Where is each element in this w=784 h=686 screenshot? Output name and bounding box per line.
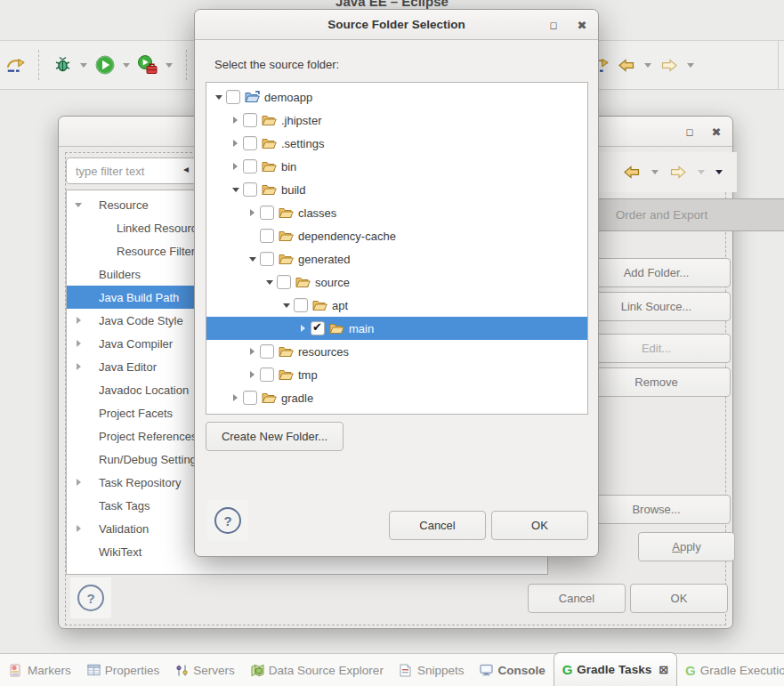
folder-icon (279, 345, 294, 358)
chevron-right-icon[interactable] (72, 340, 85, 347)
create-new-folder-button[interactable]: Create New Folder... (206, 422, 344, 451)
forward-history-dropdown-icon[interactable] (698, 170, 705, 174)
link-source-button[interactable]: Link Source... (582, 292, 731, 321)
tree-row[interactable]: resources (206, 340, 587, 363)
last-edit-location-icon[interactable] (5, 54, 27, 76)
forward-arrow-icon[interactable] (659, 54, 680, 76)
tab-gradle-tasks[interactable]: GGradle Tasks⊠ (554, 652, 677, 686)
tree-row[interactable]: .jhipster (206, 109, 587, 132)
chevron-down-icon[interactable] (72, 203, 85, 207)
dropdown-arrow-icon[interactable] (166, 63, 173, 68)
chevron-right-icon[interactable] (246, 348, 259, 355)
back-arrow-icon[interactable] (621, 162, 643, 183)
dropdown-arrow-icon[interactable] (644, 63, 651, 68)
checkbox[interactable] (260, 344, 274, 359)
browse-button[interactable]: Browse... (582, 495, 731, 524)
tree-row[interactable]: build (206, 178, 587, 201)
chevron-down-icon[interactable] (263, 280, 276, 285)
chevron-right-icon[interactable] (229, 117, 242, 124)
sidebar-item-label: Java Editor (85, 360, 157, 374)
tab-markers[interactable]: Markers (2, 654, 79, 686)
chevron-right-icon[interactable] (72, 525, 85, 532)
button-label: Link Source... (621, 300, 692, 313)
filter-clear-icon[interactable]: ◂ (183, 163, 189, 175)
help-icon[interactable]: ? (214, 507, 241, 534)
tree-row[interactable]: generated (206, 247, 587, 270)
dropdown-arrow-icon[interactable] (687, 63, 694, 68)
checkbox[interactable] (260, 206, 274, 220)
cancel-button[interactable]: Cancel (389, 511, 486, 540)
tree-item-label: bin (280, 160, 296, 174)
folder-icon (262, 137, 277, 149)
checkbox[interactable] (294, 298, 308, 312)
tab-snippets[interactable]: Snippets (392, 654, 473, 686)
run-external-tools-icon[interactable] (137, 54, 158, 76)
toolbar-left-group (5, 41, 194, 89)
help-icon[interactable]: ? (77, 585, 104, 611)
tab-data-source-explorer[interactable]: Data Source Explorer (243, 654, 392, 686)
chevron-down-icon[interactable] (212, 95, 225, 100)
cancel-button[interactable]: Cancel (528, 584, 626, 613)
tree-row[interactable]: demoapp (206, 85, 587, 109)
back-arrow-icon[interactable] (616, 54, 637, 76)
apply-button[interactable]: Apply (638, 532, 735, 561)
checkbox[interactable] (243, 391, 257, 405)
tree-row[interactable]: gradle (206, 386, 587, 409)
close-icon[interactable]: ✖ (707, 123, 725, 141)
ok-button[interactable]: OK (491, 511, 588, 540)
close-icon[interactable]: ⊠ (659, 663, 668, 676)
checkbox[interactable] (260, 252, 274, 266)
add-folder-button[interactable]: Add Folder... (582, 258, 731, 287)
checkbox[interactable] (243, 182, 257, 197)
chevron-right-icon[interactable] (72, 479, 85, 486)
tree-row[interactable]: bin (206, 155, 587, 178)
tree-row[interactable]: source (206, 270, 587, 294)
source-folder-dialog-titlebar[interactable]: Source Folder Selection ◻ ✖ (195, 10, 598, 40)
checkbox[interactable] (260, 229, 274, 243)
tree-row[interactable]: apt (206, 294, 587, 317)
checkbox[interactable] (243, 159, 257, 174)
tab-gradle-executions[interactable]: GGradle Executions (677, 654, 784, 686)
checkbox[interactable] (311, 321, 325, 335)
ok-button[interactable]: OK (630, 584, 728, 613)
tab-properties[interactable]: Properties (79, 654, 168, 686)
sidebar-item-label: Validation (85, 522, 149, 536)
chevron-right-icon[interactable] (229, 394, 242, 401)
chevron-right-icon[interactable] (246, 209, 259, 216)
tree-row[interactable]: main (206, 317, 587, 340)
chevron-down-icon[interactable] (229, 188, 242, 192)
chevron-right-icon[interactable] (72, 363, 85, 370)
view-menu-icon[interactable] (715, 170, 723, 174)
tree-row[interactable]: dependency-cache (206, 224, 587, 247)
sidebar-item-label: Javadoc Location (85, 383, 189, 397)
forward-arrow-icon[interactable] (667, 162, 689, 183)
chevron-right-icon[interactable] (229, 163, 242, 170)
chevron-down-icon[interactable] (246, 257, 259, 262)
dialog-prompt: Select the source folder: (214, 58, 339, 71)
chevron-right-icon[interactable] (246, 371, 259, 378)
tree-row[interactable]: classes (206, 201, 587, 224)
tree-row[interactable]: .settings (206, 132, 587, 155)
tab-console[interactable]: Console (472, 654, 553, 686)
maximize-icon[interactable]: ◻ (681, 123, 699, 141)
checkbox[interactable] (243, 136, 257, 150)
chevron-right-icon[interactable] (229, 140, 242, 147)
checkbox[interactable] (277, 275, 291, 289)
close-icon[interactable]: ✖ (573, 16, 591, 34)
chevron-right-icon[interactable] (72, 317, 85, 324)
edit-button[interactable]: Edit... (582, 334, 731, 363)
checkbox[interactable] (243, 113, 257, 127)
tab-servers[interactable]: Servers (167, 654, 243, 686)
tree-row[interactable]: tmp (206, 363, 587, 386)
maximize-icon[interactable]: ◻ (545, 16, 562, 34)
dropdown-arrow-icon[interactable] (123, 63, 130, 68)
chevron-right-icon[interactable] (296, 325, 310, 332)
chevron-down-icon[interactable] (279, 303, 293, 308)
back-history-dropdown-icon[interactable] (651, 170, 659, 174)
dropdown-arrow-icon[interactable] (80, 63, 87, 68)
checkbox[interactable] (260, 367, 274, 382)
remove-button[interactable]: Remove (582, 367, 731, 397)
run-icon[interactable] (94, 54, 116, 76)
checkbox[interactable] (226, 90, 240, 104)
debug-icon[interactable] (52, 54, 73, 76)
